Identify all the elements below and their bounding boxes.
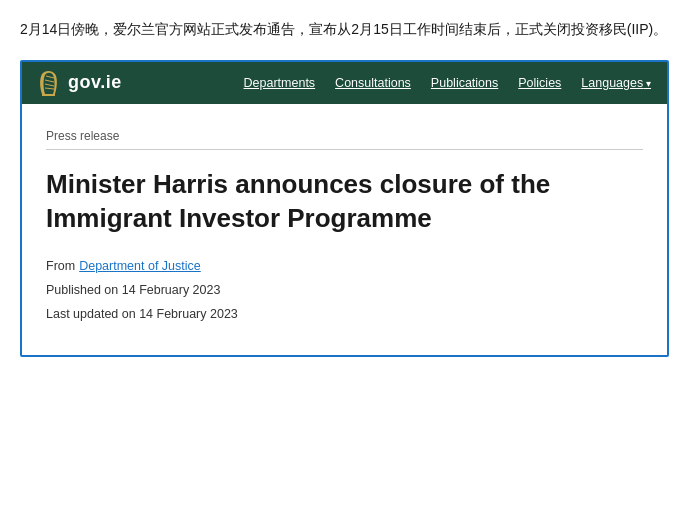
svg-line-2 — [45, 84, 54, 86]
nav-consultations[interactable]: Consultations — [335, 76, 411, 90]
nav-departments[interactable]: Departments — [244, 76, 316, 90]
gov-content: Press release Minister Harris announces … — [22, 104, 667, 355]
browser-frame: gov.ie Departments Consultations Publica… — [20, 60, 669, 357]
intro-paragraph: 2月14日傍晚，爱尔兰官方网站正式发布通告，宣布从2月15日工作时间结束后，正式… — [20, 18, 669, 42]
from-line: From Department of Justice — [46, 255, 643, 279]
svg-line-3 — [45, 88, 54, 89]
published-date: Published on 14 February 2023 — [46, 279, 643, 303]
nav-languages[interactable]: Languages — [581, 76, 651, 90]
article-meta: From Department of Justice Published on … — [46, 255, 643, 326]
last-updated-date: Last updated on 14 February 2023 — [46, 303, 643, 327]
article-title: Minister Harris announces closure of the… — [46, 168, 643, 236]
svg-line-0 — [46, 76, 54, 78]
svg-line-1 — [45, 80, 54, 82]
nav-publications[interactable]: Publications — [431, 76, 498, 90]
gov-logo-area: gov.ie — [38, 70, 122, 96]
press-release-label: Press release — [46, 129, 643, 150]
harp-icon — [38, 70, 60, 96]
gov-nav-links: Departments Consultations Publications P… — [244, 76, 651, 90]
gov-logo-text[interactable]: gov.ie — [68, 72, 122, 93]
department-link[interactable]: Department of Justice — [79, 255, 201, 279]
gov-navbar: gov.ie Departments Consultations Publica… — [22, 62, 667, 104]
nav-policies[interactable]: Policies — [518, 76, 561, 90]
from-label: From — [46, 255, 75, 279]
